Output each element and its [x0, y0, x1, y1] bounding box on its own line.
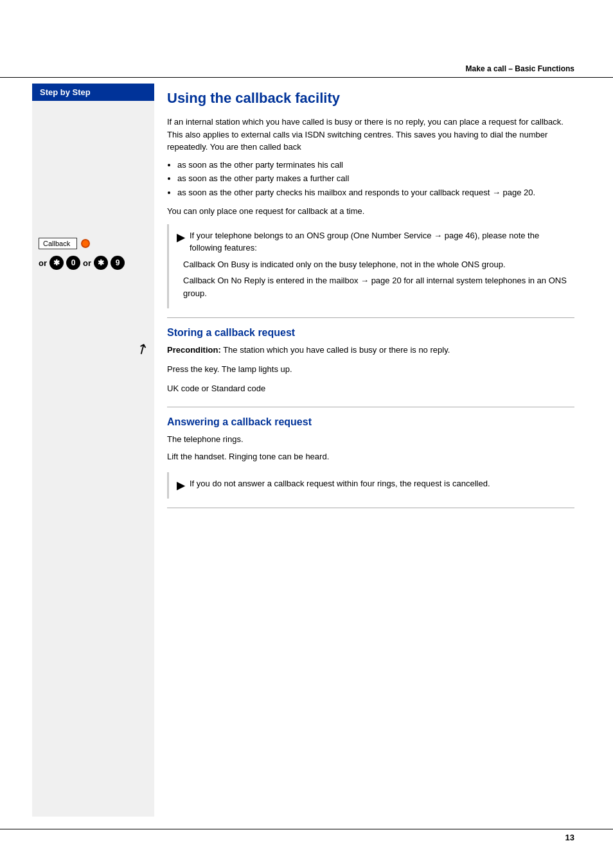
no-answer-info-box: ▶ If you do not answer a callback reques…	[167, 472, 574, 499]
bottom-divider	[0, 829, 613, 829]
no-answer-arrow-icon: ▶	[177, 478, 184, 493]
precondition-detail: The station which you have called is bus…	[223, 345, 450, 355]
header-title: Make a call – Basic Functions	[466, 64, 574, 73]
bullet-item-3: as soon as the other party checks his ma…	[177, 186, 574, 199]
star-symbol-1: ✱	[49, 256, 64, 270]
uk-code-text: UK code or Standard code	[167, 382, 265, 395]
handset-icon: ↗	[133, 339, 152, 359]
or-label-2: or	[83, 258, 91, 268]
or-label-1: or	[39, 258, 47, 268]
bullet-item-1: as soon as the other party terminates hi…	[177, 159, 574, 172]
step-by-step-label: Step by Step	[32, 84, 154, 101]
intro-paragraph: If an internal station which you have ca…	[167, 116, 574, 154]
no-answer-info-inner: ▶ If you do not answer a callback reques…	[177, 477, 568, 493]
page-number: 13	[565, 833, 574, 842]
section-storing-title: Storing a callback request	[167, 327, 574, 339]
code-row: or ✱ 0 or ✱ 9	[39, 256, 148, 270]
led-indicator	[81, 239, 90, 248]
press-key-text: Press the key. The lamp lights up.	[167, 363, 292, 376]
ons-note-body1: Callback On Busy is indicated only on th…	[177, 258, 568, 271]
section-divider-3	[167, 508, 574, 508]
page-container: Make a call – Basic Functions Step by St…	[0, 0, 613, 868]
ons-info-box: ▶ If your telephone belongs to an ONS gr…	[167, 224, 574, 309]
callback-key-box[interactable]: Callback	[39, 238, 77, 249]
ons-arrow-icon: ▶	[177, 230, 184, 245]
step-row-uk-code: UK code or Standard code	[167, 382, 574, 398]
sidebar: Step by Step	[32, 84, 154, 817]
page-title: Using the callback facility	[167, 90, 574, 107]
ons-info-inner: ▶ If your telephone belongs to an ONS gr…	[177, 229, 568, 254]
one-request-text: You can only place one request for callb…	[167, 205, 574, 218]
section-divider-1	[167, 317, 574, 318]
section-answering-title: Answering a callback request	[167, 416, 574, 428]
bullet-list: as soon as the other party terminates hi…	[177, 159, 574, 199]
header-divider	[0, 77, 613, 78]
callback-key-area: Callback or ✱ 0 or ✱ 9	[32, 238, 154, 270]
section-divider-2	[167, 407, 574, 407]
step-row-press-key: Press the key. The lamp lights up.	[167, 363, 574, 378]
ons-note-body2: Callback On No Reply is entered in the m…	[177, 274, 568, 299]
precondition-label: Precondition:	[167, 345, 221, 355]
telephone-rings-text: The telephone rings.	[167, 433, 574, 446]
callback-key-row: Callback	[39, 238, 148, 249]
step-row-lift-handset: Lift the handset. Ringing tone can be he…	[167, 450, 574, 466]
num-9: 9	[111, 256, 125, 270]
precondition-text: Precondition: The station which you have…	[167, 344, 574, 357]
num-0: 0	[66, 256, 80, 270]
main-content: Using the callback facility If an intern…	[167, 84, 574, 517]
handset-area: ↗	[32, 341, 154, 357]
no-answer-note: If you do not answer a callback request …	[190, 477, 490, 490]
star-symbol-2: ✱	[94, 256, 108, 270]
ons-note-intro: If your telephone belongs to an ONS grou…	[190, 229, 568, 254]
lift-handset-text: Lift the handset. Ringing tone can be he…	[167, 450, 329, 463]
bullet-item-2: as soon as the other party makes a furth…	[177, 172, 574, 185]
